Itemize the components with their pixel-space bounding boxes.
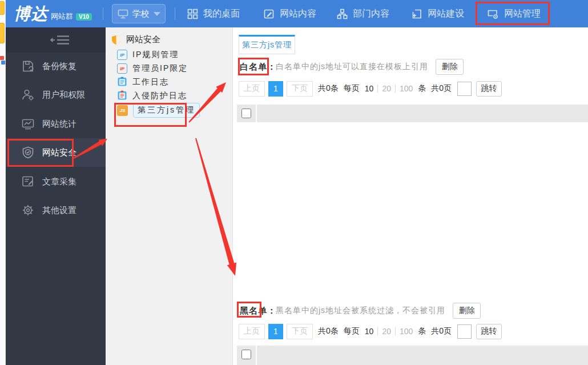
nav-item-label: 网站管理 — [504, 8, 541, 20]
submenu-header: 网站安全 — [111, 34, 160, 45]
next-page-button[interactable]: 下页 — [287, 81, 313, 97]
submenu-header-label: 网站安全 — [126, 34, 160, 45]
total-pages: 共0页 — [431, 83, 452, 94]
current-page-button[interactable]: 1 — [268, 81, 283, 97]
prev-page-button[interactable]: 上页 — [239, 81, 265, 97]
sidebar-item-label: 网站统计 — [42, 119, 76, 130]
sidebar-item-article-collect[interactable]: 文章采集 — [6, 167, 106, 196]
per-page-label: 每页 — [344, 326, 360, 336]
favicon-icon — [0, 56, 5, 65]
site-build-plus-icon — [412, 9, 422, 19]
colon: ： — [267, 62, 276, 73]
backup-restore-icon — [21, 59, 35, 73]
submenu-item-ip-rules[interactable]: IP IP规则管理 — [117, 49, 179, 61]
article-collect-icon — [21, 175, 35, 188]
blacklist-description: 黑名单中的js地址会被系统过滤，不会被引用 — [276, 306, 445, 316]
log-blue-icon — [117, 77, 127, 89]
blacklist-table-header-row — [257, 346, 588, 365]
security-submenu-panel: 网站安全 IP IP规则管理 IP 管理员IP限定 工作日志 入侵防护日志 JS… — [106, 27, 233, 365]
divider — [103, 7, 103, 20]
nav-item-label: 网站内容 — [280, 8, 316, 20]
page-size-option-20[interactable]: 20 — [382, 84, 391, 93]
sidebar-item-site-security[interactable]: 网站安全 — [6, 138, 106, 167]
js-orange-icon: JS — [117, 105, 128, 116]
per-page-label: 每页 — [344, 83, 360, 94]
whitelist-header-row: 白名单： 白名单中的js地址可以直接在模板上引用 删除 — [240, 58, 464, 75]
settings-gear-icon — [21, 203, 35, 217]
folder-icon — [0, 1, 5, 15]
log-red-icon — [117, 90, 127, 102]
main-sidebar: 备份恢复 用户和权限 网站统计 网站安全 文章采集 — [6, 27, 106, 365]
nav-item-site-content[interactable]: 网站内容 — [264, 0, 316, 27]
blacklist-delete-button[interactable]: 删除 — [453, 303, 481, 319]
jump-page-input[interactable] — [457, 82, 472, 96]
nav-item-label: 网站建设 — [428, 8, 464, 20]
app-window: 博达 网站群 V10 学校 我的桌面 — [0, 0, 588, 365]
whitelist-label: 白名单 — [240, 62, 267, 73]
submenu-item-thirdparty-js[interactable]: JS 第三方js管理 — [117, 104, 200, 117]
site-selector-dropdown[interactable]: 学校 — [112, 4, 166, 23]
next-page-button[interactable]: 下页 — [287, 324, 313, 339]
jump-page-input[interactable] — [457, 324, 472, 339]
edit-pen-icon — [264, 9, 275, 19]
nav-item-label: 我的桌面 — [203, 8, 240, 20]
nav-item-department-content[interactable]: 部门内容 — [337, 0, 389, 27]
nav-item-site-manage[interactable]: 网站管理 — [487, 0, 541, 27]
page-size-option-20[interactable]: 20 — [382, 327, 391, 336]
collapse-menu-icon[interactable] — [50, 34, 70, 46]
colon: ： — [267, 306, 276, 316]
brand-suffix: 网站群 — [51, 11, 73, 22]
page-size-option-10[interactable]: 10 — [365, 84, 374, 93]
site-stats-icon — [21, 117, 35, 131]
page-size-option-10[interactable]: 10 — [365, 327, 374, 336]
security-shield-icon — [21, 146, 35, 159]
nav-item-site-build[interactable]: 网站建设 — [412, 0, 464, 27]
whitelist-pagination: 上页 1 下页 共0条 每页 10 20 100 条 共0页 跳转 — [239, 81, 502, 97]
submenu-item-label: 第三方js管理 — [133, 103, 200, 118]
page-size-option-100[interactable]: 100 — [400, 84, 413, 93]
jump-button[interactable]: 跳转 — [476, 324, 502, 339]
total-pages: 共0页 — [431, 326, 452, 336]
blacklist-label: 黑名单 — [240, 306, 267, 316]
bookmark-strip — [0, 0, 6, 365]
submenu-item-intrusion-log[interactable]: 入侵防护日志 — [117, 90, 187, 102]
shield-orange-icon — [111, 35, 121, 45]
whitelist-description: 白名单中的js地址可以直接在模板上引用 — [276, 62, 428, 72]
sidebar-item-label: 用户和权限 — [42, 90, 85, 101]
sidebar-item-site-stats[interactable]: 网站统计 — [6, 110, 106, 138]
desktop-grid-icon — [187, 9, 198, 19]
sidebar-item-backup-restore[interactable]: 备份恢复 — [6, 52, 106, 81]
sidebar-item-label: 文章采集 — [42, 177, 76, 187]
sidebar-item-label: 网站安全 — [42, 147, 76, 158]
tab-thirdparty-js[interactable]: 第三方js管理 — [239, 35, 295, 54]
sidebar-item-other-settings[interactable]: 其他设置 — [6, 196, 106, 224]
submenu-item-label: 入侵防护日志 — [132, 91, 187, 101]
submenu-item-admin-ip-limit[interactable]: IP 管理员IP限定 — [117, 62, 188, 75]
nav-item-my-desktop[interactable]: 我的桌面 — [187, 0, 240, 27]
top-navigation-bar: 博达 网站群 V10 学校 我的桌面 — [6, 0, 588, 27]
sidebar-header — [6, 27, 106, 53]
ip-red-icon: IP — [117, 63, 127, 74]
current-page-button[interactable]: 1 — [268, 324, 283, 339]
sidebar-item-users-permissions[interactable]: 用户和权限 — [6, 81, 106, 109]
chevron-down-icon — [154, 12, 160, 16]
blacklist-select-all-checkbox[interactable] — [241, 350, 251, 359]
brand-name: 博达 — [14, 0, 48, 27]
whitelist-table-header-row — [257, 105, 588, 122]
version-badge: V10 — [76, 13, 92, 21]
blacklist-header-row: 黑名单： 黑名单中的js地址会被系统过滤，不会被引用 删除 — [240, 302, 481, 319]
monitor-icon — [118, 9, 128, 19]
blacklist-pagination: 上页 1 下页 共0条 每页 10 20 100 条 共0页 跳转 — [239, 323, 502, 339]
submenu-item-work-log[interactable]: 工作日志 — [117, 76, 169, 89]
prev-page-button[interactable]: 上页 — [239, 324, 265, 339]
page-size-option-100[interactable]: 100 — [400, 327, 413, 336]
brand-logo: 博达 网站群 V10 — [14, 0, 92, 27]
whitelist-select-all-checkbox[interactable] — [241, 109, 251, 118]
site-selector-label: 学校 — [132, 9, 150, 19]
whitelist-delete-button[interactable]: 删除 — [436, 59, 464, 75]
nav-item-label: 部门内容 — [353, 8, 389, 20]
site-manage-gear-icon — [487, 9, 499, 19]
jump-button[interactable]: 跳转 — [476, 81, 502, 97]
sidebar-item-label: 备份恢复 — [42, 61, 76, 72]
folder-icon — [0, 23, 5, 43]
